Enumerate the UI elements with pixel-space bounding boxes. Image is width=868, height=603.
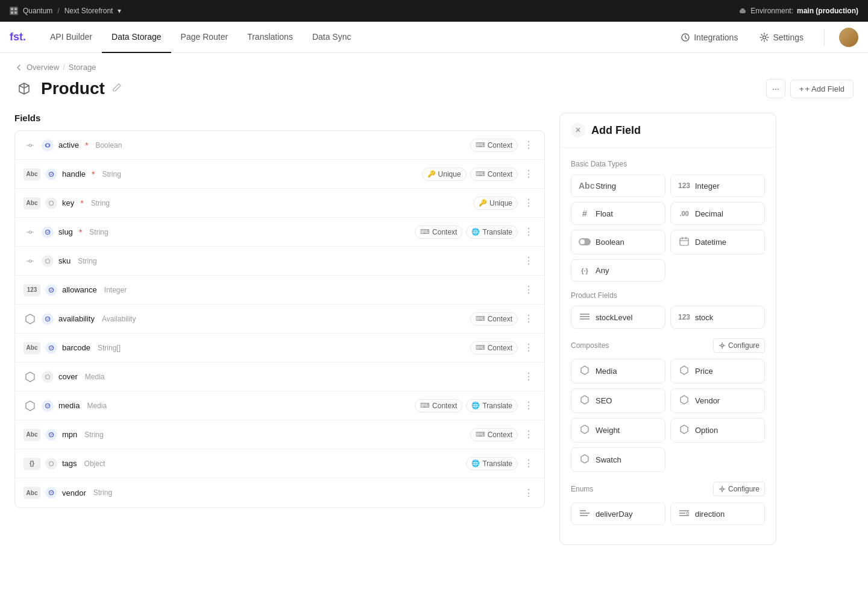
field-menu-button[interactable]: ⋮ xyxy=(521,485,536,500)
add-field-button[interactable]: + + Add Field xyxy=(790,80,854,98)
translate-badge[interactable]: 🌐 Translate xyxy=(466,226,518,239)
page-title-actions: ··· + + Add Field xyxy=(766,79,854,98)
edit-title-icon[interactable] xyxy=(112,83,122,95)
unique-badge[interactable]: 🔑 Unique xyxy=(422,168,467,181)
field-name: handle xyxy=(62,169,86,178)
string-label: String xyxy=(596,182,616,191)
svg-marker-34 xyxy=(581,425,588,434)
integrations-button[interactable]: Integrations xyxy=(675,29,744,46)
datetime-label: Datetime xyxy=(695,238,726,247)
field-menu-button[interactable]: ⋮ xyxy=(521,370,536,384)
integer-icon: 123 xyxy=(678,182,690,190)
field-row: Abc vendor String ⋮ xyxy=(15,478,544,507)
unique-badge[interactable]: 🔑 Unique xyxy=(473,197,518,210)
type-price[interactable]: Price xyxy=(670,359,765,384)
type-boolean[interactable]: Boolean xyxy=(571,230,665,254)
type-any[interactable]: {·} Any xyxy=(571,259,665,282)
integer-label: Integer xyxy=(695,182,719,191)
type-media[interactable]: Media xyxy=(571,359,665,384)
type-direction[interactable]: direction xyxy=(670,502,765,525)
context-badge[interactable]: ⌨ Context xyxy=(470,312,518,326)
context-badge[interactable]: ⌨ Context xyxy=(415,226,462,239)
plus-icon: + xyxy=(799,84,804,93)
chevron-down-icon[interactable]: ▾ xyxy=(118,7,121,15)
field-actions: ⌨ Context 🌐 Translate ⋮ xyxy=(415,399,536,413)
field-menu-button[interactable]: ⋮ xyxy=(521,341,536,355)
tab-translations[interactable]: Translations xyxy=(237,22,303,53)
type-seo[interactable]: SEO xyxy=(571,388,665,413)
context-badge[interactable]: ⌨ Context xyxy=(415,399,462,412)
field-row: sku String ⋮ xyxy=(15,247,544,276)
breadcrumb-overview[interactable]: Overview xyxy=(27,63,59,72)
field-type-label: String[] xyxy=(98,344,121,352)
enums-section-row: Enums Configure xyxy=(571,482,765,496)
type-stocklevel[interactable]: stockLevel xyxy=(571,306,665,329)
context-badge[interactable]: ⌨ Context xyxy=(470,428,518,441)
svg-rect-3 xyxy=(14,11,17,14)
field-menu-button[interactable]: ⋮ xyxy=(521,225,536,239)
logo-text: fst. xyxy=(10,31,26,43)
type-float[interactable]: # Float xyxy=(571,202,665,225)
field-menu-button[interactable]: ⋮ xyxy=(521,138,536,153)
field-menu-button[interactable]: ⋮ xyxy=(521,428,536,442)
option-hex-icon xyxy=(678,425,690,436)
field-type-icon: Abc xyxy=(24,487,40,499)
type-decimal[interactable]: .00 Decimal xyxy=(670,202,765,225)
tab-data-sync[interactable]: Data Sync xyxy=(303,22,361,53)
tab-api-builder[interactable]: API Builder xyxy=(40,22,102,53)
field-type-label: String xyxy=(78,257,96,265)
context-badge[interactable]: ⌨ Context xyxy=(470,139,518,152)
sync-badge xyxy=(42,139,54,151)
sync-badge xyxy=(42,400,54,412)
svg-point-21 xyxy=(49,461,54,466)
translate-icon: ⌨ xyxy=(476,170,485,178)
svg-point-17 xyxy=(46,374,50,379)
context-badge[interactable]: ⌨ Context xyxy=(470,341,518,355)
field-type-label: Media xyxy=(87,402,107,410)
configure-enums-button[interactable]: Configure xyxy=(713,482,765,496)
stock-label: stock xyxy=(695,313,713,322)
field-name: tags xyxy=(62,459,77,468)
field-menu-button[interactable]: ⋮ xyxy=(521,167,536,182)
settings-button[interactable]: Settings xyxy=(753,29,810,46)
panel-body: Basic Data Types Abc String 123 Integer … xyxy=(560,148,776,545)
translate-badge[interactable]: 🌐 Translate xyxy=(466,457,518,470)
fields-heading: Fields xyxy=(14,113,545,123)
vendor-hex-icon xyxy=(678,395,690,406)
field-menu-button[interactable]: ⋮ xyxy=(521,283,536,297)
env-label: Environment: xyxy=(750,7,793,15)
type-option[interactable]: Option xyxy=(670,418,765,443)
type-deliverday[interactable]: deliverDay xyxy=(571,502,665,525)
boolean-icon xyxy=(579,238,591,247)
field-menu-button[interactable]: ⋮ xyxy=(521,254,536,268)
translate-badge[interactable]: 🌐 Translate xyxy=(466,399,518,412)
context-badge[interactable]: ⌨ Context xyxy=(470,168,518,181)
tab-data-storage[interactable]: Data Storage xyxy=(102,22,171,53)
translate-icon: ⌨ xyxy=(420,228,430,236)
avatar[interactable] xyxy=(839,28,858,47)
field-row: Abc handle * String 🔑 Unique ⌨ xyxy=(15,160,544,189)
type-integer[interactable]: 123 Integer xyxy=(670,174,765,197)
type-stock[interactable]: 123 stock xyxy=(670,306,765,329)
field-menu-button[interactable]: ⋮ xyxy=(521,196,536,210)
configure-composites-button[interactable]: Configure xyxy=(713,338,765,353)
logo[interactable]: fst. xyxy=(10,31,26,43)
field-actions: ⌨ Context ⋮ xyxy=(470,312,536,326)
field-menu-button[interactable]: ⋮ xyxy=(521,399,536,413)
translate-icon: ⌨ xyxy=(420,402,430,409)
type-vendor-composite[interactable]: Vendor xyxy=(670,388,765,413)
tab-page-router[interactable]: Page Router xyxy=(171,22,238,53)
translate-icon: ⌨ xyxy=(476,315,485,323)
field-menu-button[interactable]: ⋮ xyxy=(521,456,536,471)
field-row: slug * String ⌨ Context 🌐 Translate ⋮ xyxy=(15,218,544,247)
field-menu-button[interactable]: ⋮ xyxy=(521,312,536,326)
type-datetime[interactable]: Datetime xyxy=(670,230,765,254)
swatch-label: Swatch xyxy=(596,455,621,464)
sync-badge xyxy=(45,429,57,441)
more-options-button[interactable]: ··· xyxy=(766,79,785,98)
type-weight[interactable]: Weight xyxy=(571,418,665,443)
type-string[interactable]: Abc String xyxy=(571,174,665,197)
close-panel-button[interactable]: × xyxy=(571,123,585,137)
type-swatch[interactable]: Swatch xyxy=(571,447,665,472)
close-icon: × xyxy=(575,125,580,136)
